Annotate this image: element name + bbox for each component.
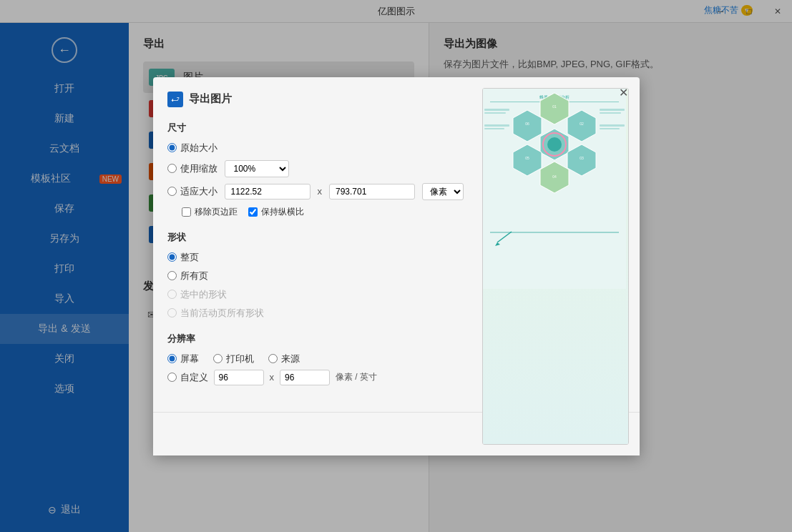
fit-label[interactable]: 适应大小 — [167, 185, 217, 198]
custom-res-x-input[interactable] — [214, 370, 264, 385]
resolution-section-title: 分辨率 — [167, 332, 468, 345]
dialog-title: 导出图片 — [189, 92, 232, 106]
printer-res-radio[interactable] — [213, 354, 223, 363]
remove-border-checkbox[interactable] — [182, 207, 191, 217]
current-page-label[interactable]: 当前活动页所有形状 — [167, 307, 264, 320]
shape-section-title: 形状 — [167, 231, 468, 244]
screen-res-label[interactable]: 屏幕 — [167, 353, 199, 365]
all-pages-label[interactable]: 所有页 — [167, 270, 208, 282]
custom-res-row: 自定义 x 像素 / 英寸 — [167, 370, 468, 385]
source-res-radio[interactable] — [268, 354, 278, 363]
zoom-radio[interactable] — [167, 164, 177, 173]
svg-rect-23 — [600, 112, 621, 114]
original-size-row: 原始大小 — [167, 142, 468, 154]
width-input[interactable] — [225, 184, 311, 200]
shape-section: 形状 整页 所有页 — [167, 231, 468, 320]
height-input[interactable] — [329, 184, 415, 200]
svg-text:05: 05 — [525, 156, 529, 160]
svg-rect-21 — [484, 128, 504, 129]
selected-shapes-row: 选中的形状 — [167, 288, 468, 301]
selected-shapes-radio[interactable] — [167, 290, 177, 299]
selected-shapes-label[interactable]: 选中的形状 — [167, 288, 227, 301]
checkbox-row: 移除页边距 保持纵横比 — [167, 206, 468, 218]
full-page-radio[interactable] — [167, 252, 177, 262]
svg-text:06: 06 — [525, 122, 529, 126]
custom-res-unit: 像素 / 英寸 — [336, 371, 377, 383]
svg-rect-25 — [600, 128, 620, 129]
zoom-label[interactable]: 使用缩放 — [167, 162, 217, 175]
resolution-group: 屏幕 打印机 来源 — [167, 353, 468, 365]
size-section: 尺寸 原始大小 使用缩放 100%50%75%150%2 — [167, 122, 468, 218]
svg-text:03: 03 — [580, 156, 584, 160]
current-page-row: 当前活动页所有形状 — [167, 307, 468, 320]
original-size-label[interactable]: 原始大小 — [167, 142, 217, 154]
svg-rect-18 — [484, 109, 509, 111]
source-res-label[interactable]: 来源 — [268, 353, 300, 365]
custom-res-radio[interactable] — [167, 373, 177, 382]
svg-rect-22 — [600, 109, 625, 111]
svg-point-4 — [547, 137, 562, 152]
full-page-label[interactable]: 整页 — [167, 251, 199, 264]
fit-radio[interactable] — [167, 187, 177, 196]
size-section-title: 尺寸 — [167, 122, 468, 134]
svg-rect-24 — [600, 124, 625, 127]
preview-content: 蜂巢式流程分析 — [483, 89, 628, 444]
dialog-icon: ⮐ — [167, 92, 183, 107]
printer-res-label[interactable]: 打印机 — [213, 353, 254, 365]
dialog-main: ⮐ 导出图片 尺寸 原始大小 使用缩放 — [153, 77, 482, 413]
full-page-row: 整页 — [167, 251, 468, 264]
svg-text:02: 02 — [580, 122, 584, 126]
x-separator: x — [318, 186, 323, 197]
unit-select[interactable]: 像素厘米英寸 — [422, 183, 464, 200]
modal-overlay: ⮐ 导出图片 尺寸 原始大小 使用缩放 — [0, 0, 792, 532]
svg-rect-19 — [484, 112, 506, 114]
custom-x-sep: x — [270, 372, 275, 383]
dialog-preview: 蜂巢式流程分析 — [482, 77, 640, 455]
keep-ratio-checkbox[interactable] — [248, 207, 258, 217]
svg-rect-20 — [484, 124, 509, 127]
current-page-radio[interactable] — [167, 308, 177, 317]
remove-border-label[interactable]: 移除页边距 — [182, 206, 238, 218]
zoom-row: 使用缩放 100%50%75%150%200% — [167, 160, 468, 177]
preview-svg: 蜂巢式流程分析 — [483, 89, 626, 289]
dialog-close-button[interactable]: ✕ — [615, 84, 632, 102]
svg-text:04: 04 — [552, 174, 557, 179]
all-pages-radio[interactable] — [167, 271, 177, 280]
keep-ratio-label[interactable]: 保持纵横比 — [248, 206, 304, 218]
dialog-content: ⮐ 导出图片 尺寸 原始大小 使用缩放 — [153, 77, 482, 455]
resolution-section: 分辨率 屏幕 打印机 来源 — [167, 332, 468, 385]
dialog-header: ⮐ 导出图片 — [167, 92, 468, 107]
custom-res-y-input[interactable] — [280, 370, 330, 385]
svg-text:01: 01 — [552, 104, 557, 109]
fit-row: 适应大小 x 像素厘米英寸 — [167, 183, 468, 200]
original-size-radio[interactable] — [167, 143, 177, 152]
preview-box: 蜂巢式流程分析 — [482, 88, 629, 445]
custom-res-label[interactable]: 自定义 — [167, 371, 208, 384]
export-image-dialog: ⮐ 导出图片 尺寸 原始大小 使用缩放 — [153, 77, 640, 455]
all-pages-row: 所有页 — [167, 270, 468, 282]
screen-res-radio[interactable] — [167, 354, 177, 363]
zoom-select[interactable]: 100%50%75%150%200% — [225, 160, 289, 177]
